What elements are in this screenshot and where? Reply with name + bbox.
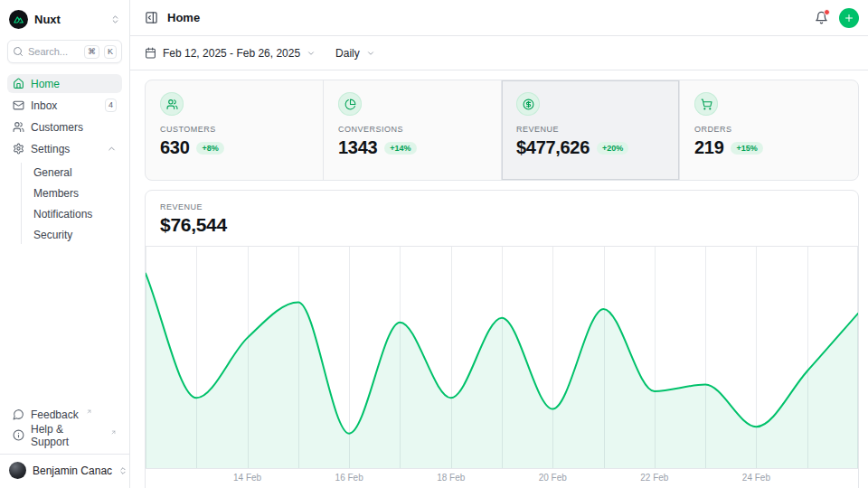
stat-value: 219 <box>694 137 723 158</box>
help-support-label: Help & Support <box>31 423 103 448</box>
inbox-icon <box>13 99 24 111</box>
chevron-up-icon <box>107 144 117 154</box>
chevrons-up-down-icon <box>110 14 120 24</box>
circle-dollar-icon <box>516 92 540 116</box>
x-tick-label: 16 Feb <box>335 473 363 483</box>
user-menu[interactable]: Benjamin Canac <box>0 454 129 481</box>
sidebar-item-inbox[interactable]: Inbox 4 <box>7 96 122 115</box>
x-tick-label: 18 Feb <box>437 473 465 483</box>
chart-header: REVENUE $76,544 <box>146 191 858 247</box>
workspace-switcher[interactable]: Nuxt <box>7 7 122 31</box>
sidebar-item-label: Customers <box>31 121 83 134</box>
workspace-name: Nuxt <box>34 13 61 26</box>
stat-label: CONVERSIONS <box>338 125 486 134</box>
external-link-icon <box>110 429 117 436</box>
stat-revenue[interactable]: REVENUE $477,626 +20% <box>502 80 680 180</box>
stat-conversions[interactable]: CONVERSIONS 1343 +14% <box>324 80 502 180</box>
stat-label: ORDERS <box>694 125 844 134</box>
sidebar-item-members[interactable]: Members <box>30 183 122 202</box>
app-window: Nuxt Search... ⌘ K Home <box>0 0 868 488</box>
sidebar-item-label: Home <box>31 78 60 90</box>
stat-delta-badge: +20% <box>597 142 628 155</box>
stat-value: $477,626 <box>516 137 590 158</box>
search-icon <box>13 46 24 57</box>
external-link-icon <box>86 408 92 415</box>
nuxt-logo-icon <box>9 10 28 29</box>
sidebar-item-general[interactable]: General <box>30 163 122 182</box>
topbar: Home <box>130 0 868 36</box>
search-placeholder: Search... <box>28 46 80 57</box>
chevrons-up-down-icon <box>118 466 127 475</box>
filters-toolbar: Feb 12, 2025 - Feb 26, 2025 Daily <box>130 36 868 70</box>
home-icon <box>13 78 24 89</box>
settings-submenu: General Members Notifications Security <box>21 163 122 244</box>
users-icon <box>13 121 24 133</box>
sidebar-item-label: Inbox <box>31 99 57 112</box>
feedback-label: Feedback <box>31 408 79 421</box>
period-value: Daily <box>335 47 360 60</box>
stat-customers[interactable]: CUSTOMERS 630 +8% <box>146 80 324 180</box>
x-tick-label: 24 Feb <box>742 473 770 483</box>
x-tick-label: 20 Feb <box>539 473 567 483</box>
sidebar-item-home[interactable]: Home <box>7 74 122 93</box>
shopping-cart-icon <box>694 92 718 116</box>
search-input[interactable]: Search... ⌘ K <box>7 40 122 63</box>
chevron-down-icon <box>307 49 316 58</box>
gear-icon <box>13 143 24 155</box>
notification-dot <box>824 9 830 15</box>
sidebar: Nuxt Search... ⌘ K Home <box>0 0 130 488</box>
stat-value: 1343 <box>338 137 377 158</box>
date-range-picker[interactable]: Feb 12, 2025 - Feb 26, 2025 <box>145 47 316 60</box>
stat-label: REVENUE <box>516 125 665 134</box>
inbox-count-badge: 4 <box>105 99 117 112</box>
sidebar-footer: Feedback Help & Support Benjamin Canac <box>7 405 122 481</box>
sidebar-nav: Home Inbox 4 Customers Settings <box>7 74 122 244</box>
stat-value: 630 <box>160 137 189 158</box>
info-circle-icon <box>13 429 24 441</box>
chart-x-ticks: 14 Feb16 Feb18 Feb20 Feb22 Feb24 Feb <box>146 469 858 487</box>
avatar <box>9 462 26 479</box>
users-icon <box>160 92 184 116</box>
period-select[interactable]: Daily <box>335 47 375 60</box>
chart-metric-value: $76,544 <box>160 214 844 236</box>
plus-icon <box>844 13 854 23</box>
sidebar-item-settings[interactable]: Settings <box>7 139 122 158</box>
chart-metric-label: REVENUE <box>160 202 844 211</box>
x-tick-label: 14 Feb <box>233 473 261 483</box>
feedback-link[interactable]: Feedback <box>7 405 122 424</box>
x-tick-label: 22 Feb <box>640 473 668 483</box>
date-range-value: Feb 12, 2025 - Feb 26, 2025 <box>163 47 300 60</box>
user-name: Benjamin Canac <box>33 465 112 477</box>
sidebar-item-notifications[interactable]: Notifications <box>30 204 122 223</box>
stat-delta-badge: +15% <box>731 142 762 155</box>
kbd-k: K <box>104 45 117 59</box>
help-support-link[interactable]: Help & Support <box>7 426 122 445</box>
chart-plot-area <box>146 247 858 469</box>
message-circle-icon <box>13 408 24 420</box>
stats-row: CUSTOMERS 630 +8% CONVERSIONS 1343 +14% … <box>145 80 859 181</box>
calendar-icon <box>145 47 156 59</box>
kbd-meta: ⌘ <box>84 45 99 59</box>
add-button[interactable] <box>839 8 859 28</box>
stat-label: CUSTOMERS <box>160 125 308 134</box>
stat-orders[interactable]: ORDERS 219 +15% <box>680 80 858 180</box>
sidebar-item-customers[interactable]: Customers <box>7 117 122 136</box>
revenue-chart-svg[interactable] <box>146 247 858 469</box>
chart-pie-icon <box>338 92 362 116</box>
stat-delta-badge: +8% <box>196 142 223 155</box>
stat-delta-badge: +14% <box>384 142 416 155</box>
page-title: Home <box>167 11 200 24</box>
chevron-down-icon <box>366 49 375 58</box>
notifications-button[interactable] <box>815 11 828 24</box>
sidebar-item-security[interactable]: Security <box>30 225 122 244</box>
collapse-sidebar-icon[interactable] <box>145 11 158 24</box>
sidebar-item-label: Settings <box>31 143 70 155</box>
revenue-chart-card: REVENUE $76,544 14 Feb16 Feb18 Feb20 Feb… <box>145 190 859 488</box>
